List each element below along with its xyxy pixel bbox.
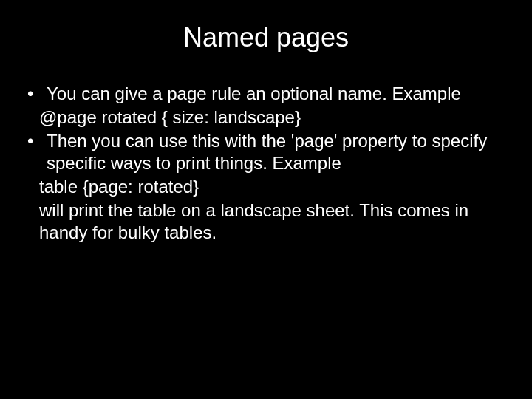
code-line: @page rotated { size: landscape} <box>26 106 506 129</box>
closing-text: will print the table on a landscape shee… <box>26 200 506 244</box>
bullet-marker-icon: • <box>26 130 47 174</box>
bullet-item: • Then you can use this with the 'page' … <box>26 130 506 174</box>
slide-content: • You can give a page rule an optional n… <box>26 83 506 244</box>
bullet-item: • You can give a page rule an optional n… <box>26 83 506 105</box>
bullet-text: Then you can use this with the 'page' pr… <box>47 130 506 174</box>
code-line: table {page: rotated} <box>26 176 506 198</box>
slide-container: Named pages • You can give a page rule a… <box>0 0 532 399</box>
slide-title: Named pages <box>26 22 506 53</box>
bullet-text: You can give a page rule an optional nam… <box>47 83 506 105</box>
bullet-marker-icon: • <box>26 83 47 105</box>
